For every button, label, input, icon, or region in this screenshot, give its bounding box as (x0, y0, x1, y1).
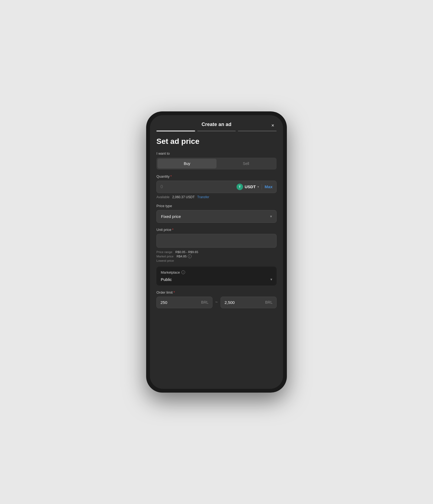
available-amount: 2,060.37 USDT (172, 195, 195, 199)
quantity-input-wrapper: T USDT ▾ Max (156, 181, 277, 193)
marketplace-value: Public (161, 277, 172, 282)
price-type-select[interactable]: Fixed price ▾ (156, 210, 277, 223)
phone-device: Create an ad × Set ad price I want to Bu… (146, 111, 287, 393)
sell-button[interactable]: Sell (216, 159, 275, 168)
order-limit-max-currency: BRL (265, 300, 273, 304)
max-button[interactable]: Max (265, 184, 273, 189)
order-limit-label: Order limit * (156, 290, 277, 294)
market-price-value: R$4.85 (176, 255, 186, 258)
order-limit-max-value: 2,500 (225, 300, 235, 305)
modal-title: Create an ad (202, 122, 231, 127)
order-limit-required: * (173, 290, 175, 294)
quantity-required: * (170, 174, 172, 178)
marketplace-section: Marketplace i Public ▾ (156, 267, 277, 286)
marketplace-label: Marketplace i (161, 270, 272, 274)
price-type-label: Price type (156, 204, 277, 208)
order-limit-min-value: 250 (160, 300, 167, 305)
price-range-row: Price range R$0.05 - R$9.65 (156, 250, 277, 254)
modal-header: Create an ad × (150, 115, 283, 127)
token-selector[interactable]: T USDT ▾ (237, 184, 259, 190)
unit-price-label: Unit price * (156, 228, 277, 232)
transfer-link[interactable]: Transfer (197, 195, 209, 199)
divider (262, 184, 262, 190)
unit-price-input[interactable]: R$ 4.85 (156, 234, 277, 248)
phone-screen: Create an ad × Set ad price I want to Bu… (150, 115, 283, 389)
buy-sell-toggle: Buy Sell (156, 158, 277, 170)
price-type-value: Fixed price (161, 214, 181, 219)
progress-bar (150, 127, 283, 131)
available-text: Available 2,060.37 USDT Transfer (156, 195, 277, 199)
buy-button[interactable]: Buy (158, 159, 216, 168)
order-limit-min-input[interactable]: 250 BRL (156, 297, 212, 308)
usdt-icon: T (237, 184, 243, 190)
order-limit-min-currency: BRL (201, 300, 208, 304)
unit-price-required: * (172, 228, 173, 232)
price-info-block: Price range R$0.05 - R$9.65 Market price… (156, 250, 277, 262)
token-chevron-icon: ▾ (257, 185, 259, 189)
price-range-value: R$0.05 - R$9.65 (175, 250, 198, 254)
lowest-price-row: Lowest price (156, 259, 277, 262)
price-type-chevron-icon: ▾ (270, 214, 272, 218)
order-limit-row: 250 BRL ~ 2,500 BRL (156, 297, 277, 308)
market-price-row: Market price R$4.85 i (156, 254, 277, 258)
modal-content: Set ad price I want to Buy Sell Quantity… (150, 131, 283, 389)
quantity-input[interactable] (160, 184, 237, 189)
close-button[interactable]: × (269, 122, 277, 129)
marketplace-select[interactable]: Public ▾ (161, 277, 272, 282)
order-limit-max-input[interactable]: 2,500 BRL (221, 297, 277, 308)
tilde-separator: ~ (215, 300, 218, 305)
marketplace-info-icon[interactable]: i (181, 270, 185, 274)
quantity-label: Quantity * (156, 174, 277, 178)
section-title: Set ad price (156, 137, 277, 146)
want-to-label: I want to (156, 151, 277, 155)
token-name: USDT (245, 184, 256, 189)
marketplace-chevron-icon: ▾ (270, 277, 272, 281)
market-price-info-icon[interactable]: i (188, 254, 192, 258)
